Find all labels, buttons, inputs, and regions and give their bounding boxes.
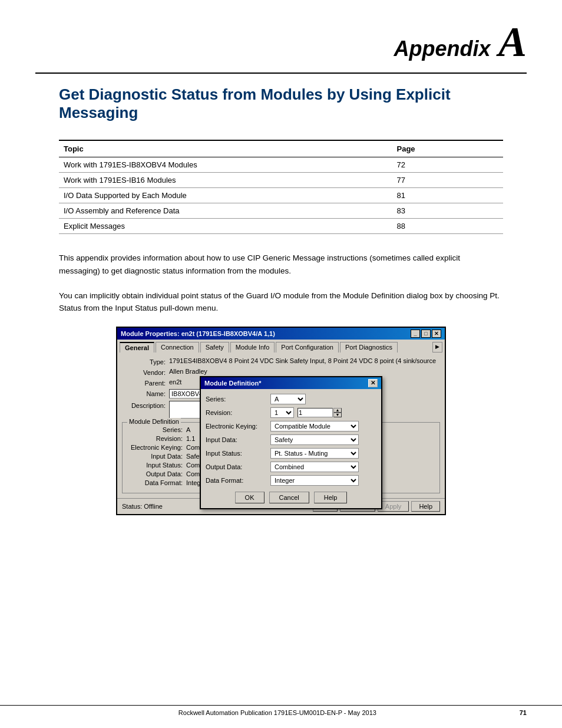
md-series-value: A <box>186 426 190 433</box>
close-button[interactable]: ✕ <box>432 330 441 338</box>
md-dataformat-label: Data Format: <box>127 479 186 486</box>
table-row: Work with 1791ES-IB16 Modules77 <box>59 173 503 188</box>
tab-safety[interactable]: Safety <box>200 342 229 353</box>
toc-header-topic: Topic <box>59 140 392 157</box>
toc-topic-cell: I/O Data Supported by Each Module <box>59 188 392 203</box>
tab-port-diagnostics[interactable]: Port Diagnostics <box>340 342 398 353</box>
maximize-button[interactable]: □ <box>421 330 431 338</box>
inner-inputdata-row: Input Data: Safety <box>206 434 376 445</box>
inner-dialog-titlebar: Module Definition* ✕ <box>201 377 381 389</box>
vendor-label: Vendor: <box>122 368 169 376</box>
table-row: Work with 1791ES-IB8XOBV4 Modules72 <box>59 157 503 173</box>
toc-header-page: Page <box>392 140 504 157</box>
inner-outputdata-row: Output Data: Combined <box>206 462 376 472</box>
module-definition-inner-dialog[interactable]: Module Definition* ✕ Series: A <box>200 376 382 509</box>
appendix-label: Appendix <box>394 37 490 61</box>
status-key: Status: <box>122 503 142 510</box>
toc-page-cell: 81 <box>392 188 504 203</box>
inner-series-label: Series: <box>206 396 270 403</box>
spin-buttons: ▲ ▼ <box>333 408 342 417</box>
section-title: Get Diagnostic Status from Modules by Us… <box>59 85 503 122</box>
inner-outputdata-label: Output Data: <box>206 463 270 470</box>
outer-dialog-body: Type: 1791ES4IB8XOBV4 8 Point 24 VDC Sin… <box>117 353 445 498</box>
inner-revision-row: Revision: 1 ▲ ▼ <box>206 407 376 418</box>
inner-dataformat-select[interactable]: Integer <box>270 475 359 486</box>
body-para2: You can implicitly obtain individual poi… <box>59 289 503 315</box>
screenshot-container: Module Properties: en2t (1791ES-IB8XOBV4… <box>116 327 446 515</box>
type-value: 1791ES4IB8XOBV4 8 Point 24 VDC Sink Safe… <box>169 357 440 364</box>
inner-ok-button[interactable]: OK <box>235 492 265 503</box>
toc-page-cell: 72 <box>392 157 504 173</box>
toc-page-cell: 77 <box>392 173 504 188</box>
tab-port-configuration[interactable]: Port Configuration <box>276 342 339 353</box>
toc-topic-cell: Work with 1791ES-IB16 Modules <box>59 173 392 188</box>
inner-dataformat-label: Data Format: <box>206 477 270 484</box>
inner-inputdata-label: Input Data: <box>206 436 270 443</box>
footer-center: Rockwell Automation Publication 1791ES-U… <box>178 709 376 716</box>
status-value: Offline <box>144 503 163 510</box>
inner-dialog-buttons: OK Cancel Help <box>206 492 376 503</box>
minimize-button[interactable]: _ <box>411 330 420 338</box>
inner-series-select[interactable]: A <box>270 394 306 404</box>
tabs-row: General Connection Safety Module Info Po… <box>117 340 445 353</box>
vendor-field-row: Vendor: Allen Bradley <box>122 368 440 376</box>
inner-revision-minor-input[interactable] <box>297 408 333 417</box>
inner-ekey-row: Electronic Keying: Compatible Module <box>206 421 376 431</box>
page-footer: Rockwell Automation Publication 1791ES-U… <box>0 705 562 716</box>
parent-label: Parent: <box>122 378 169 387</box>
table-row: I/O Data Supported by Each Module81 <box>59 188 503 203</box>
md-series-label: Series: <box>127 426 186 433</box>
inner-inputstatus-row: Input Status: Pt. Status - Muting <box>206 448 376 459</box>
tab-general[interactable]: General <box>120 342 154 353</box>
inner-inputdata-select[interactable]: Safety <box>270 434 359 445</box>
module-properties-dialog[interactable]: Module Properties: en2t (1791ES-IB8XOBV4… <box>116 327 446 515</box>
inner-series-row: Series: A <box>206 394 376 404</box>
md-revision-label: Revision: <box>127 435 186 442</box>
inner-revision-label: Revision: <box>206 409 270 416</box>
main-content: Get Diagnostic Status from Modules by Us… <box>0 74 562 562</box>
inner-dialog-body: Series: A Revision: 1 <box>201 389 381 508</box>
md-inputstatus-label: Input Status: <box>127 462 186 469</box>
tab-scroll-right[interactable]: ▶ <box>432 342 442 353</box>
footer-page-number: 71 <box>520 709 527 716</box>
page: Appendix A Get Diagnostic Status from Mo… <box>0 0 562 728</box>
outer-dialog-titlebar: Module Properties: en2t (1791ES-IB8XOBV4… <box>117 328 445 340</box>
inner-dataformat-row: Data Format: Integer <box>206 475 376 486</box>
inner-close-button[interactable]: ✕ <box>368 379 378 387</box>
type-label: Type: <box>122 357 169 365</box>
tab-connection[interactable]: Connection <box>156 342 199 353</box>
inner-inputstatus-label: Input Status: <box>206 450 270 457</box>
toc-table: Topic Page Work with 1791ES-IB8XOBV4 Mod… <box>59 140 503 234</box>
md-outputdata-label: Output Data: <box>127 470 186 477</box>
tab-module-info[interactable]: Module Info <box>230 342 275 353</box>
md-ekey-label: Electronic Keying: <box>127 444 186 451</box>
inner-ekey-select[interactable]: Compatible Module <box>270 421 359 431</box>
outer-dialog-title: Module Properties: en2t (1791ES-IB8XOBV4… <box>121 330 275 337</box>
inner-revision-spin: 1 ▲ ▼ <box>270 407 342 418</box>
spin-down-button[interactable]: ▼ <box>333 413 342 417</box>
toc-topic-cell: I/O Assembly and Reference Data <box>59 203 392 219</box>
type-field-row: Type: 1791ES4IB8XOBV4 8 Point 24 VDC Sin… <box>122 357 440 365</box>
toc-topic-cell: Explicit Messages <box>59 219 392 234</box>
md-inputdata-label: Input Data: <box>127 453 186 460</box>
toc-page-cell: 83 <box>392 203 504 219</box>
table-row: I/O Assembly and Reference Data83 <box>59 203 503 219</box>
titlebar-buttons: _ □ ✕ <box>411 330 441 338</box>
appendix-header: Appendix A <box>0 0 562 67</box>
inner-help-button[interactable]: Help <box>314 492 348 503</box>
table-row: Explicit Messages88 <box>59 219 503 234</box>
body-para1: This appendix provides information about… <box>59 252 503 277</box>
spin-up-button[interactable]: ▲ <box>333 408 342 413</box>
inner-revision-major-select[interactable]: 1 <box>270 407 294 418</box>
module-def-title: Module Definition <box>127 418 181 425</box>
inner-cancel-button[interactable]: Cancel <box>269 492 309 503</box>
md-revision-value: 1.1 <box>186 435 195 442</box>
inner-outputdata-select[interactable]: Combined <box>270 462 359 472</box>
inner-inputstatus-select[interactable]: Pt. Status - Muting <box>270 448 359 459</box>
inner-ekey-label: Electronic Keying: <box>206 423 270 430</box>
outer-help-button[interactable]: Help <box>411 501 440 512</box>
inner-dialog-title: Module Definition* <box>204 380 262 387</box>
desc-label: Description: <box>122 401 169 409</box>
appendix-letter: A <box>498 18 527 65</box>
vendor-value: Allen Bradley <box>169 368 440 375</box>
